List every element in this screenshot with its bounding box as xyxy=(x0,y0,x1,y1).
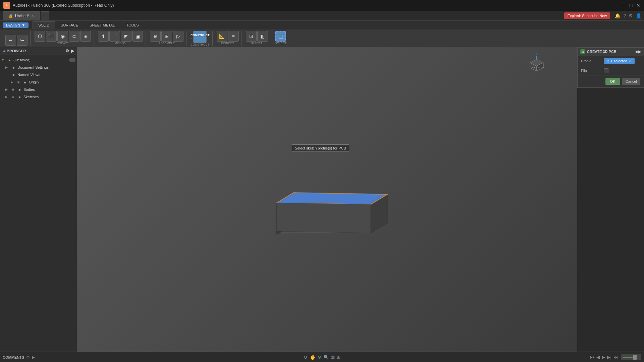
title-left: A Autodesk Fusion 360 (Expired Subscript… xyxy=(3,2,114,9)
loft-button[interactable]: ◈ xyxy=(80,31,91,42)
tree-item-unsaved[interactable]: ▼ ■ (Unsaved) … xyxy=(0,56,77,64)
tab-surface[interactable]: SURFACE xyxy=(55,21,84,29)
drive-joints-button[interactable]: ▷ xyxy=(173,31,183,42)
cancel-button[interactable]: Cancel xyxy=(622,78,640,85)
app-title: Autodesk Fusion 360 (Expired Subscriptio… xyxy=(13,3,114,8)
help-icon[interactable]: ? xyxy=(623,13,626,18)
tree-item-named-views[interactable]: ■ Named Views xyxy=(0,71,77,78)
orbit-icon[interactable]: ⟳ xyxy=(304,355,308,360)
notification-icon[interactable]: 🔔 xyxy=(615,13,621,18)
modify-group: ⬆ ⌒ ◤ ▣ MODIFY xyxy=(95,31,146,46)
eye-icon-origin[interactable]: ◉ xyxy=(16,80,21,84)
tree-label-bodies: Bodies xyxy=(23,87,75,92)
redo-button[interactable]: ↪ xyxy=(17,35,28,46)
construct-label: CONSTRUCT xyxy=(191,43,210,47)
tree-item-origin[interactable]: ▶ ◉ ■ Origin xyxy=(0,78,77,86)
expired-subscribe-button[interactable]: Expired: Subscribe Now xyxy=(564,12,610,19)
tree-arrow-bodies: ▶ xyxy=(5,88,9,91)
comments-settings-icon[interactable]: ⚙ xyxy=(26,355,30,360)
svg-text:RIGHT: RIGHT xyxy=(538,66,544,68)
tab-close-icon[interactable]: ✕ xyxy=(31,14,34,18)
tree-arrow-sketches: ▶ xyxy=(5,95,9,99)
grid-settings-icon[interactable]: ⊞ xyxy=(337,355,340,360)
panel-buttons: OK Cancel xyxy=(578,75,644,87)
new-tab-button[interactable]: + xyxy=(41,11,49,20)
fillet-button[interactable]: ⌒ xyxy=(109,31,120,42)
settings-icon[interactable]: ⚙ xyxy=(629,13,633,18)
file-tab[interactable]: 🔒 Untitled* ✕ xyxy=(3,11,40,20)
select-button[interactable]: ⬚ xyxy=(275,31,286,42)
timeline-bar[interactable] xyxy=(621,354,641,360)
pan-icon[interactable]: ✋ xyxy=(310,355,316,360)
clear-selection-button[interactable]: ✕ xyxy=(629,59,632,63)
comments-expand-icon[interactable]: ▶ xyxy=(32,355,35,360)
undo-button[interactable]: ↩ xyxy=(5,35,16,46)
browser-panel: ◀ BROWSER ⚙ ▶ ▼ ■ (Unsaved) … ▶ ■ Docume… xyxy=(0,47,77,352)
inspect-label: INSPECT xyxy=(221,42,234,46)
timeline-play-button[interactable]: ▶ xyxy=(602,355,605,360)
design-dropdown-button[interactable]: DESIGN ▼ xyxy=(3,22,29,28)
design-label: DESIGN xyxy=(6,23,20,27)
sweep-button[interactable]: ⊂ xyxy=(69,31,79,42)
browser-expand-icon[interactable]: ▶ xyxy=(71,49,74,53)
eye-icon-sketches[interactable]: ◉ xyxy=(11,95,15,99)
timeline-next-button[interactable]: ▶| xyxy=(607,355,611,360)
title-bar: A Autodesk Fusion 360 (Expired Subscript… xyxy=(0,0,644,11)
create-label: CREATE xyxy=(57,42,69,46)
browser-header: ◀ BROWSER ⚙ ▶ xyxy=(0,47,77,55)
revolve-button[interactable]: ◉ xyxy=(57,31,68,42)
close-button[interactable]: ✕ xyxy=(636,3,641,8)
tree-item-bodies[interactable]: ▶ ◉ ■ Bodies xyxy=(0,86,77,93)
svg-marker-5 xyxy=(280,192,384,203)
construct-plane-button[interactable]: CONSTRUCT- xyxy=(193,31,207,43)
timeline-next-end-button[interactable]: ⏭ xyxy=(613,355,618,360)
browser-collapse-arrow[interactable]: ◀ xyxy=(3,49,5,53)
tab-sheet-metal[interactable]: SHEET METAL xyxy=(84,21,120,29)
viewport[interactable]: Select sketch profile(s) for PCB xyxy=(77,47,577,352)
selected-pill: ⊡ 1 selected ✕ xyxy=(604,58,635,64)
new-component-button[interactable]: ⬡ xyxy=(35,31,45,42)
minimize-button[interactable]: — xyxy=(621,3,626,8)
folder-icon-unsaved: ■ xyxy=(7,57,12,63)
display-settings-icon[interactable]: ▦ xyxy=(331,355,335,360)
eye-icon-bodies[interactable]: ◉ xyxy=(11,87,15,92)
shell-button[interactable]: ▣ xyxy=(132,31,143,42)
cube-gizmo[interactable]: Z FRONT RIGHT xyxy=(523,53,550,79)
panel-title: CREATE 3D PCB xyxy=(587,50,616,54)
folder-icon-doc-settings: ■ xyxy=(11,65,16,70)
zebra-button[interactable]: ≡ xyxy=(228,31,239,42)
assemble-group: ⊕ ⊞ ▷ ASSEMBLE xyxy=(147,31,186,46)
right-panel: ⊞ CREATE 3D PCB ▶▶ Profile ⊡ 1 selected … xyxy=(577,47,644,352)
app-logo: A xyxy=(3,2,10,9)
timeline-prev-start-button[interactable]: ⏮ xyxy=(590,355,594,360)
zoom-extents-icon[interactable]: ⊙ xyxy=(318,355,321,360)
user-icon[interactable]: 👤 xyxy=(636,13,641,18)
panel-expand-icon[interactable]: ▶▶ xyxy=(636,50,641,54)
tree-item-sketches[interactable]: ▶ ◉ ■ Sketches xyxy=(0,93,77,101)
timeline-prev-button[interactable]: ◀ xyxy=(596,355,600,360)
folder-icon-origin: ■ xyxy=(22,79,28,85)
tab-solid[interactable]: SOLID xyxy=(33,21,55,29)
toolbar-buttons: ↩ ↪ ⬡ ⬛ ◉ ⊂ ◈ CREATE ⬆ ⌒ ◤ xyxy=(0,29,644,47)
insert-svg-button[interactable]: ◧ xyxy=(257,31,268,42)
press-pull-button[interactable]: ⬆ xyxy=(98,31,109,42)
browser-settings-icon[interactable]: ⚙ xyxy=(65,49,69,53)
insert-mesh-button[interactable]: ⊡ xyxy=(246,31,257,42)
joint-button[interactable]: ⊕ xyxy=(150,31,161,42)
ok-button[interactable]: OK xyxy=(605,78,620,85)
panel-profile-row: Profile ⊡ 1 selected ✕ xyxy=(578,56,644,66)
window-controls: — □ ✕ xyxy=(621,3,641,8)
maximize-button[interactable]: □ xyxy=(629,3,633,8)
measure-button[interactable]: 📐 xyxy=(217,31,227,42)
tab-tools[interactable]: TOOLS xyxy=(120,21,144,29)
tree-item-doc-settings[interactable]: ▶ ■ Document Settings xyxy=(0,64,77,71)
folder-icon-bodies: ■ xyxy=(17,87,22,92)
svg-text:Z: Z xyxy=(536,53,538,56)
rigid-group-button[interactable]: ⊞ xyxy=(161,31,172,42)
extrude-button[interactable]: ⬛ xyxy=(46,31,57,42)
tree-label-sketches: Sketches xyxy=(23,95,75,99)
chamfer-button[interactable]: ◤ xyxy=(121,31,131,42)
canvas-area[interactable]: Select sketch profile(s) for PCB xyxy=(77,47,577,352)
flip-checkbox[interactable] xyxy=(604,68,608,73)
zoom-icon[interactable]: 🔍 xyxy=(323,355,329,360)
